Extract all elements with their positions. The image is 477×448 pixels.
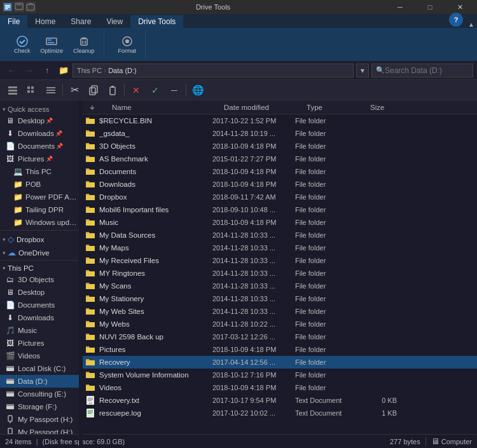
check-disk-button[interactable]: Check: [10, 34, 34, 55]
sidebar-item-desktop[interactable]: 🖥 Desktop 📌: [0, 114, 82, 127]
desktop2-icon: 🖥: [5, 287, 15, 297]
sidebar-item-tailingdpr[interactable]: 📁 Tailing DPR: [8, 203, 82, 216]
sidebar-item-downloads2[interactable]: ⬇ Downloads: [0, 311, 82, 324]
sidebar-group-dropbox[interactable]: ▾ ◇ Dropbox: [0, 232, 82, 245]
sidebar-item-3dobjects[interactable]: 🗂 3D Objects: [0, 273, 82, 286]
table-row[interactable]: MY Ringtones 2014-11-28 10:33 ... File f…: [83, 267, 477, 280]
file-icon: [85, 357, 95, 367]
file-name: Recovery: [99, 358, 212, 366]
tab-file[interactable]: File: [0, 15, 27, 28]
column-header-size[interactable]: Size: [370, 104, 408, 111]
table-row[interactable]: NUVI 2598 Back up 2017-03-12 12:26 ... F…: [83, 330, 477, 343]
up-button[interactable]: ↑: [39, 63, 55, 78]
sidebar-item-local-c[interactable]: Local Disk (C:): [0, 362, 82, 375]
table-row[interactable]: $RECYCLE.BIN 2017-10-22 1:52 PM File fol…: [83, 114, 477, 127]
search-input[interactable]: [385, 66, 467, 75]
help-button[interactable]: ?: [449, 13, 463, 27]
table-row[interactable]: AS Benchmark 2015-01-22 7:27 PM File fol…: [83, 153, 477, 165]
cleanup-button[interactable]: Cleanup: [69, 34, 99, 55]
disk-c-icon: [5, 363, 15, 374]
delete-button[interactable]: ✕: [127, 81, 145, 99]
status-divider: [425, 437, 426, 446]
sidebar-item-pob[interactable]: 📁 POB: [8, 178, 82, 191]
table-row[interactable]: My Received Files 2014-11-28 10:33 ... F…: [83, 254, 477, 267]
table-row[interactable]: Documents 2018-10-09 4:18 PM File folder: [83, 165, 477, 178]
sidebar-item-this-pc-1[interactable]: 💻 This PC: [8, 165, 82, 178]
sidebar-item-storage-f[interactable]: Storage (F:): [0, 400, 82, 413]
sidebar-item-pictures2[interactable]: 🖼 Pictures: [0, 337, 82, 350]
svg-rect-26: [92, 86, 97, 93]
table-row[interactable]: txt Recovery.txt 2017-10-17 9:54 PM Text…: [83, 394, 477, 407]
paste-button[interactable]: [104, 81, 121, 99]
view-tiles-button[interactable]: [42, 81, 60, 99]
table-row[interactable]: Downloads 2018-10-09 4:18 PM File folder: [83, 178, 477, 191]
file-name: Mobil6 Important files: [99, 206, 212, 214]
table-row[interactable]: System Volume Information 2018-10-12 7:1…: [83, 369, 477, 381]
table-row[interactable]: _gsdata_ 2014-11-28 10:19 ... File folde…: [83, 127, 477, 140]
desktop-icon: 🖥: [5, 116, 15, 126]
table-row[interactable]: My Webs 2014-11-28 10:22 ... File folder: [83, 318, 477, 330]
sidebar-group-quick-access[interactable]: ▾ Quick access: [0, 103, 82, 114]
file-name: _gsdata_: [99, 130, 212, 137]
collapse-ribbon-button[interactable]: ▲: [466, 21, 477, 28]
sidebar-item-music[interactable]: 🎵 Music: [0, 324, 82, 337]
sidebar-group-thispc[interactable]: ▾ This PC: [0, 262, 82, 273]
globe-button[interactable]: 🌐: [189, 81, 207, 99]
table-row[interactable]: Videos 2018-10-09 4:18 PM File folder: [83, 381, 477, 394]
cut-button[interactable]: ✂: [66, 81, 83, 99]
table-row[interactable]: My Maps 2014-11-28 10:33 ... File folder: [83, 241, 477, 254]
tab-share[interactable]: Share: [63, 15, 99, 28]
sidebar-item-downloads[interactable]: ⬇ Downloads 📌: [0, 127, 82, 140]
table-row[interactable]: rescuepe.log 2017-10-22 10:02 ... Text D…: [83, 407, 477, 419]
file-name: Pictures: [99, 346, 212, 353]
table-row[interactable]: My Data Sources 2014-11-28 10:33 ... Fil…: [83, 229, 477, 241]
optimize-button[interactable]: Optimize: [37, 34, 67, 55]
sidebar-item-mypassport-h1[interactable]: My Passport (H:): [0, 413, 82, 426]
copy-button[interactable]: [85, 81, 102, 99]
sidebar-item-videos[interactable]: 🎬 Videos: [0, 350, 82, 362]
table-row[interactable]: Dropbox 2018-09-11 7:42 AM File folder: [83, 191, 477, 203]
sidebar-item-desktop2[interactable]: 🖥 Desktop: [0, 286, 82, 299]
sidebar-item-consulting-e[interactable]: Consulting (E:): [0, 388, 82, 400]
sidebar-item-pictures[interactable]: 🖼 Pictures 📌: [0, 153, 82, 165]
format-button[interactable]: Format: [114, 34, 141, 55]
column-header-name[interactable]: Name: [97, 104, 224, 111]
table-row[interactable]: My Stationery 2014-11-28 10:33 ... File …: [83, 292, 477, 305]
table-row[interactable]: My Scans 2014-11-28 10:33 ... File folde…: [83, 280, 477, 292]
confirm-button[interactable]: ✓: [146, 81, 164, 99]
table-row[interactable]: Mobil6 Important files 2018-09-10 10:48 …: [83, 203, 477, 216]
sidebar-item-powerpdf[interactable]: 📁 Power PDF Adva: [8, 191, 82, 203]
view-list-button[interactable]: [23, 81, 41, 99]
tab-view[interactable]: View: [99, 15, 130, 28]
view-details-button[interactable]: [4, 81, 22, 99]
tab-home[interactable]: Home: [27, 15, 63, 28]
table-row[interactable]: 3D Objects 2018-10-09 4:18 PM File folde…: [83, 140, 477, 153]
music-icon: 🎵: [5, 325, 15, 336]
sidebar-group-onedrive[interactable]: ▾ ☁ OneDrive: [0, 245, 82, 259]
address-dropdown[interactable]: ▾: [356, 64, 369, 78]
table-row[interactable]: Music 2018-10-09 4:18 PM File folder: [83, 216, 477, 229]
sidebar-item-windowsupdate[interactable]: 📁 Windows update: [8, 216, 82, 229]
sidebar-item-documents2[interactable]: 📄 Documents: [0, 299, 82, 311]
forward-button[interactable]: →: [22, 63, 37, 78]
table-row[interactable]: My Web Sites 2014-11-28 10:33 ... File f…: [83, 305, 477, 318]
svg-rect-38: [8, 416, 12, 421]
column-header-type[interactable]: Type: [307, 104, 370, 111]
column-header-date[interactable]: Date modified: [224, 104, 307, 111]
address-path[interactable]: This PC › Data (D:): [73, 64, 354, 78]
search-box[interactable]: 🔍: [371, 64, 473, 78]
close-button[interactable]: ✕: [445, 0, 474, 14]
back-button[interactable]: ←: [4, 63, 19, 78]
sidebar-item-documents[interactable]: 📄 Documents 📌: [0, 140, 82, 153]
table-row[interactable]: Recovery 2017-04-14 12:56 ... File folde…: [83, 356, 477, 369]
svg-rect-8: [46, 38, 57, 44]
sidebar-item-data-d[interactable]: Data (D:): [0, 375, 82, 388]
minimize-button[interactable]: ─: [385, 0, 415, 14]
sidebar-item-mypassport-h2[interactable]: My Passport (H:): [0, 426, 82, 434]
table-row[interactable]: Pictures 2018-10-09 4:18 PM File folder: [83, 343, 477, 356]
maximize-button[interactable]: □: [415, 0, 445, 14]
tab-drive-tools[interactable]: Drive Tools: [130, 15, 183, 28]
minus-button[interactable]: ─: [165, 81, 183, 99]
folder-icon: 📁: [13, 217, 23, 227]
ribbon-group-check: Check Optimize Cleanup: [5, 31, 104, 58]
